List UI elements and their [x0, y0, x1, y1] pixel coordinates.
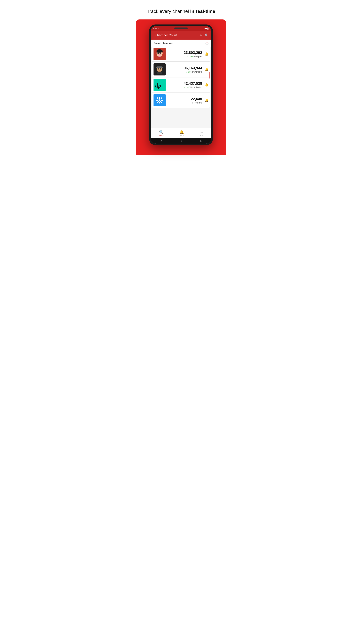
svg-point-19: [158, 70, 161, 72]
avatar: dp: [153, 79, 166, 91]
background-section: 9:52 ⚙ ▾ ▾▾ ▊ Subscriber Count ✏ 🔍: [136, 20, 226, 155]
growth-arrow: ▲: [186, 71, 188, 73]
channel-growth: ▲ 142 Dude Perfect: [184, 86, 202, 88]
bell-nav-icon: 🔔: [179, 130, 184, 134]
growth-number: 142: [186, 86, 190, 88]
headline-bold: in real-time: [190, 9, 215, 14]
more-nav-label: More: [200, 135, 203, 136]
svg-rect-3: [157, 51, 163, 52]
channel-name: TechTime: [193, 102, 202, 104]
page-wrapper: Track every channel in real-time 9:52 ⚙ …: [136, 3, 226, 155]
bell-icon[interactable]: 🔔: [205, 83, 209, 87]
channel-count: 23,803,292: [184, 50, 202, 55]
search-icon[interactable]: 🔍: [205, 33, 209, 37]
headline: Track every channel in real-time: [147, 8, 215, 14]
growth-zero: 0: [192, 102, 193, 104]
recents-button[interactable]: □: [200, 140, 202, 142]
channel-count: 22,645: [191, 97, 202, 101]
alerts-nav-label: Alerts: [180, 135, 184, 136]
channel-info: 42,437,528 ▲ 142 Dude Perfect: [167, 81, 202, 88]
svg-rect-26: [159, 97, 160, 98]
battery-icon: ▊: [207, 28, 209, 30]
wifi-icon: ▾: [204, 28, 204, 30]
channel-list[interactable]: 23,803,292 ▲ 100 Markiplier 🔔: [151, 46, 211, 128]
svg-point-17: [160, 68, 161, 70]
growth-arrow: ▲: [187, 56, 189, 57]
saved-channels-title: Saved channels: [153, 42, 173, 45]
avatar: [153, 64, 166, 76]
channel-info: 22,645 0 TechTime: [167, 97, 202, 104]
app-title: Subscriber Count: [153, 34, 200, 37]
svg-text:dp: dp: [155, 82, 161, 89]
svg-point-4: [158, 52, 159, 54]
status-time: 9:52 ⚙: [153, 28, 159, 30]
svg-rect-28: [156, 100, 158, 101]
svg-point-5: [160, 52, 161, 54]
channel-growth: ▲ 186 PewDiePie: [186, 71, 202, 73]
avatar: [153, 48, 166, 60]
channel-count: 96,163,944: [184, 66, 202, 70]
scrollbar-indicator: [209, 72, 210, 78]
svg-rect-11: [157, 55, 162, 56]
channel-growth: 0 TechTime: [192, 102, 202, 104]
search-nav-label: Search: [159, 135, 164, 136]
svg-point-18: [159, 70, 160, 70]
home-button[interactable]: ○: [180, 140, 182, 142]
svg-point-25: [159, 100, 160, 101]
list-item[interactable]: 23,803,292 ▲ 100 Markiplier 🔔: [152, 46, 210, 62]
headline-normal: Track every channel: [147, 9, 190, 14]
growth-number: 186: [188, 71, 192, 73]
svg-rect-20: [157, 72, 162, 74]
avatar: [153, 94, 166, 106]
clock-time: 9:52: [153, 28, 157, 30]
nav-item-alerts[interactable]: 🔔 Alerts: [179, 130, 184, 136]
signal-icon: ▾▾: [205, 28, 207, 30]
bell-icon[interactable]: 🔔: [205, 68, 209, 71]
channel-name: Dude Perfect: [190, 86, 202, 88]
back-button[interactable]: ◁: [160, 140, 162, 142]
settings-icon: ⚙: [158, 28, 159, 30]
channel-growth: ▲ 100 Markiplier: [187, 55, 202, 58]
phone-notch: [174, 28, 188, 29]
app-bar-icons: ✏ 🔍: [200, 33, 209, 37]
list-item[interactable]: dp 42,437,528 ▲ 142 Dude Perfect 🔔: [152, 78, 210, 92]
edit-icon[interactable]: ✏: [200, 33, 202, 37]
channel-name: Markiplier: [193, 55, 202, 58]
svg-point-16: [158, 68, 159, 70]
channel-info: 23,803,292 ▲ 100 Markiplier: [167, 50, 202, 58]
svg-rect-29: [161, 100, 163, 101]
phone-screen: 9:52 ⚙ ▾ ▾▾ ▊ Subscriber Count ✏ 🔍: [151, 26, 211, 144]
channel-name: PewDiePie: [192, 71, 202, 73]
search-nav-icon: 🔍: [159, 130, 164, 134]
growth-number: 100: [189, 55, 193, 58]
list-item[interactable]: 96,163,944 ▲ 186 PewDiePie 🔔: [152, 62, 210, 77]
list-item[interactable]: 22,645 0 TechTime 🔔: [152, 93, 210, 108]
loading-spinner: [205, 42, 209, 45]
phone-frame: 9:52 ⚙ ▾ ▾▾ ▊ Subscriber Count ✏ 🔍: [149, 24, 213, 145]
more-nav-icon: ···: [200, 130, 203, 134]
nav-item-search[interactable]: 🔍 Search: [159, 130, 164, 136]
growth-arrow: ▲: [184, 86, 186, 88]
status-icons: ▾ ▾▾ ▊: [204, 28, 209, 30]
bottom-nav: 🔍 Search 🔔 Alerts ··· More: [151, 128, 211, 138]
system-nav: ◁ ○ □: [151, 138, 211, 144]
svg-rect-27: [159, 102, 160, 104]
svg-rect-15: [156, 67, 163, 68]
nav-item-more[interactable]: ··· More: [200, 130, 203, 136]
app-bar: Subscriber Count ✏ 🔍: [151, 31, 211, 40]
channel-count: 42,437,528: [184, 81, 202, 86]
bell-icon[interactable]: 🔔: [205, 98, 209, 102]
bell-icon[interactable]: 🔔: [205, 52, 209, 56]
saved-channels-header: Saved channels: [151, 40, 211, 46]
channel-info: 96,163,944 ▲ 186 PewDiePie: [167, 66, 202, 73]
